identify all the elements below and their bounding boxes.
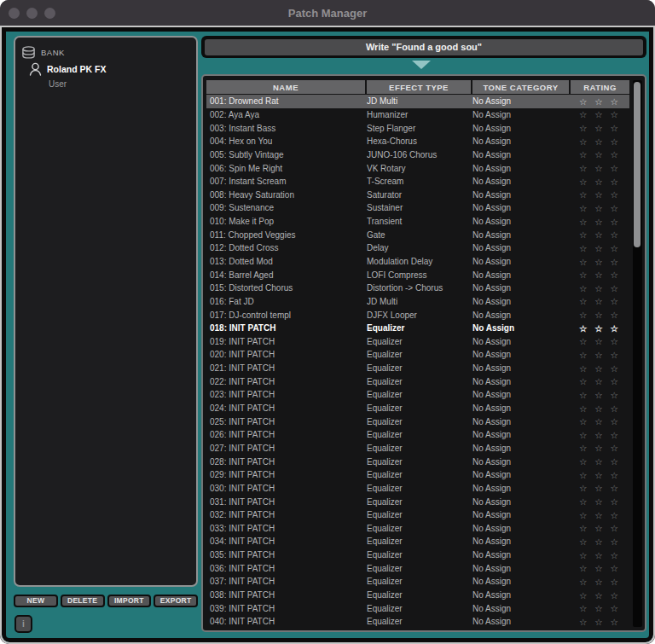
table-row[interactable]: 003: Instant BassStep FlangerNo Assign☆ … (206, 121, 629, 135)
rating-stars[interactable]: ☆ ☆ ☆ (571, 203, 629, 213)
rating-stars[interactable]: ☆ ☆ ☆ (571, 523, 629, 533)
table-row[interactable]: 025: INIT PATCHEqualizerNo Assign☆ ☆ ☆ (206, 415, 629, 428)
table-row[interactable]: 038: INIT PATCHEqualizerNo Assign☆ ☆ ☆ (206, 589, 629, 602)
vertical-scrollbar[interactable] (633, 80, 642, 627)
rating-stars[interactable]: ☆ ☆ ☆ (571, 229, 629, 240)
tree-item-roland-pk-fx[interactable]: Roland PK FX (29, 61, 190, 77)
rating-stars[interactable]: ☆ ☆ ☆ (571, 483, 629, 493)
rating-stars[interactable]: ☆ ☆ ☆ (571, 416, 629, 426)
table-row[interactable]: 001: Drowned RatJD MultiNo Assign☆ ☆ ☆ (206, 95, 629, 108)
rating-stars[interactable]: ☆ ☆ ☆ (571, 376, 629, 386)
table-row[interactable]: 015: Distorted ChorusDistortion -> Choru… (206, 281, 629, 295)
table-row[interactable]: 029: INIT PATCHEqualizerNo Assign☆ ☆ ☆ (206, 468, 629, 482)
rating-stars[interactable]: ☆ ☆ ☆ (571, 310, 629, 320)
new-button[interactable]: NEW (14, 595, 58, 607)
rating-stars[interactable]: ☆ ☆ ☆ (571, 350, 629, 360)
table-row[interactable]: 039: INIT PATCHEqualizerNo Assign☆ ☆ ☆ (206, 601, 629, 615)
rating-stars[interactable]: ☆ ☆ ☆ (571, 243, 629, 253)
table-row[interactable]: 030: INIT PATCHEqualizerNo Assign☆ ☆ ☆ (206, 482, 629, 496)
rating-stars[interactable]: ☆ ☆ ☆ (571, 270, 629, 280)
column-header-rating[interactable]: RATING (571, 80, 629, 94)
table-row[interactable]: 017: DJ-control templDJFX LooperNo Assig… (206, 308, 629, 322)
rating-stars[interactable]: ☆ ☆ ☆ (571, 390, 629, 400)
table-row[interactable]: 009: SustenanceSustainerNo Assign☆ ☆ ☆ (206, 201, 629, 215)
rating-stars[interactable]: ☆ ☆ ☆ (571, 563, 629, 573)
export-button[interactable]: EXPORT (154, 595, 198, 607)
tree-item-bank[interactable]: BANK (21, 44, 190, 60)
rating-stars[interactable]: ☆ ☆ ☆ (571, 590, 629, 600)
rating-stars[interactable]: ☆ ☆ ☆ (571, 577, 629, 587)
table-row[interactable]: 020: INIT PATCHEqualizerNo Assign☆ ☆ ☆ (206, 348, 629, 362)
rating-stars[interactable]: ☆ ☆ ☆ (571, 537, 629, 547)
rating-stars[interactable]: ☆ ☆ ☆ (571, 336, 629, 346)
rating-stars[interactable]: ☆ ☆ ☆ (571, 510, 629, 520)
table-row[interactable]: 022: INIT PATCHEqualizerNo Assign☆ ☆ ☆ (206, 374, 629, 388)
zoom-button[interactable] (44, 8, 55, 19)
table-row[interactable]: 028: INIT PATCHEqualizerNo Assign☆ ☆ ☆ (206, 455, 629, 468)
table-row[interactable]: 016: Fat JDJD MultiNo Assign☆ ☆ ☆ (206, 295, 629, 309)
info-button[interactable]: i (14, 615, 32, 633)
rating-stars[interactable]: ☆ ☆ ☆ (571, 470, 629, 480)
column-header-effect-type[interactable]: EFFECT TYPE (367, 80, 471, 94)
rating-stars[interactable]: ☆ ☆ ☆ (571, 283, 629, 293)
rating-stars[interactable]: ☆ ☆ ☆ (571, 603, 629, 613)
column-header-tone-category[interactable]: TONE CATEGORY (472, 80, 569, 94)
table-row[interactable]: 031: INIT PATCHEqualizerNo Assign☆ ☆ ☆ (206, 495, 629, 508)
rating-stars[interactable]: ☆ ☆ ☆ (571, 123, 629, 133)
rating-stars[interactable]: ☆ ☆ ☆ (571, 96, 629, 107)
rating-stars[interactable]: ☆ ☆ ☆ (571, 443, 629, 453)
table-row[interactable]: 037: INIT PATCHEqualizerNo Assign☆ ☆ ☆ (206, 575, 629, 589)
rating-stars[interactable]: ☆ ☆ ☆ (571, 403, 629, 414)
scrollbar-thumb[interactable] (634, 82, 641, 247)
rating-stars[interactable]: ☆ ☆ ☆ (571, 323, 629, 334)
table-row[interactable]: 007: Instant ScreamT-ScreamNo Assign☆ ☆ … (206, 175, 629, 189)
table-row[interactable]: 005: Subtly VintageJUNO-106 ChorusNo Ass… (206, 148, 629, 162)
rating-stars[interactable]: ☆ ☆ ☆ (571, 550, 629, 560)
table-row[interactable]: 004: Hex on YouHexa-ChorusNo Assign☆ ☆ ☆ (206, 135, 629, 148)
rating-stars[interactable]: ☆ ☆ ☆ (571, 177, 629, 187)
table-row[interactable]: 012: Dotted CrossDelayNo Assign☆ ☆ ☆ (206, 241, 629, 255)
patch-name-cell: 034: INIT PATCH (206, 537, 365, 546)
rating-stars[interactable]: ☆ ☆ ☆ (571, 496, 629, 507)
column-header-name[interactable]: NAME (206, 80, 365, 94)
effect-type-cell: JUNO-106 Chorus (367, 150, 471, 160)
table-row[interactable]: 035: INIT PATCHEqualizerNo Assign☆ ☆ ☆ (206, 548, 629, 562)
rating-stars[interactable]: ☆ ☆ ☆ (571, 617, 629, 627)
rating-stars[interactable]: ☆ ☆ ☆ (571, 257, 629, 267)
table-row[interactable]: 036: INIT PATCHEqualizerNo Assign☆ ☆ ☆ (206, 561, 629, 575)
table-row[interactable]: 019: INIT PATCHEqualizerNo Assign☆ ☆ ☆ (206, 335, 629, 349)
rating-stars[interactable]: ☆ ☆ ☆ (571, 430, 629, 440)
delete-button[interactable]: DELETE (61, 595, 105, 607)
table-row[interactable]: 021: INIT PATCHEqualizerNo Assign☆ ☆ ☆ (206, 362, 629, 375)
table-row[interactable]: 032: INIT PATCHEqualizerNo Assign☆ ☆ ☆ (206, 508, 629, 522)
table-row[interactable]: 010: Make it PopTransientNo Assign☆ ☆ ☆ (206, 215, 629, 229)
rating-stars[interactable]: ☆ ☆ ☆ (571, 109, 629, 119)
table-row[interactable]: 034: INIT PATCHEqualizerNo Assign☆ ☆ ☆ (206, 535, 629, 548)
close-button[interactable] (9, 8, 20, 19)
rating-stars[interactable]: ☆ ☆ ☆ (571, 149, 629, 160)
rating-stars[interactable]: ☆ ☆ ☆ (571, 189, 629, 200)
minimize-button[interactable] (26, 8, 38, 19)
rating-stars[interactable]: ☆ ☆ ☆ (571, 296, 629, 306)
table-row[interactable]: 014: Barrel AgedLOFI CompressNo Assign☆ … (206, 268, 629, 281)
table-row[interactable]: 018: INIT PATCHEqualizerNo Assign☆ ☆ ☆ (206, 322, 629, 335)
rating-stars[interactable]: ☆ ☆ ☆ (571, 217, 629, 227)
table-row[interactable]: 040: INIT PATCHEqualizerNo Assign☆ ☆ ☆ (206, 615, 629, 629)
table-row[interactable]: 011: Chopped VeggiesGateNo Assign☆ ☆ ☆ (206, 228, 629, 241)
table-row[interactable]: 027: INIT PATCHEqualizerNo Assign☆ ☆ ☆ (206, 442, 629, 455)
table-row[interactable]: 033: INIT PATCHEqualizerNo Assign☆ ☆ ☆ (206, 522, 629, 536)
import-button[interactable]: IMPORT (107, 595, 152, 607)
table-row[interactable]: 008: Heavy SaturationSaturatorNo Assign☆… (206, 188, 629, 201)
rating-stars[interactable]: ☆ ☆ ☆ (571, 136, 629, 147)
table-row[interactable]: 024: INIT PATCHEqualizerNo Assign☆ ☆ ☆ (206, 402, 629, 415)
rating-stars[interactable]: ☆ ☆ ☆ (571, 456, 629, 467)
rating-stars[interactable]: ☆ ☆ ☆ (571, 363, 629, 374)
table-row[interactable]: 013: Dotted ModModulation DelayNo Assign… (206, 255, 629, 269)
table-row[interactable]: 026: INIT PATCHEqualizerNo Assign☆ ☆ ☆ (206, 428, 629, 442)
write-button[interactable]: Write "Found a good sou" (205, 39, 643, 55)
rating-stars[interactable]: ☆ ☆ ☆ (571, 163, 629, 173)
tree-item-user[interactable]: User (49, 78, 190, 90)
table-row[interactable]: 023: INIT PATCHEqualizerNo Assign☆ ☆ ☆ (206, 388, 629, 402)
table-row[interactable]: 002: Aya AyaHumanizerNo Assign☆ ☆ ☆ (206, 108, 629, 122)
table-row[interactable]: 006: Spin Me RightVK RotaryNo Assign☆ ☆ … (206, 161, 629, 175)
